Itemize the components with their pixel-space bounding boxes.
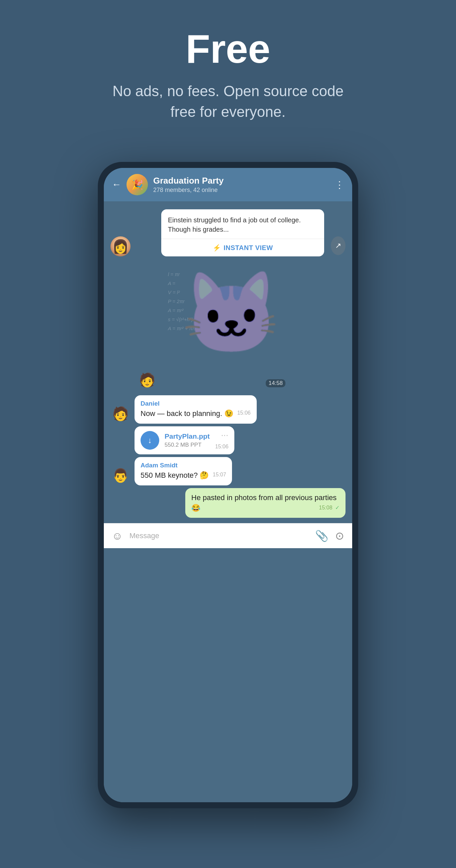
hero-subtitle: No ads, no fees. Open source code free f…: [108, 81, 348, 122]
file-name: PartyPlan.ppt: [164, 432, 210, 440]
messages-area: Einstein struggled to find a job out of …: [104, 201, 352, 523]
message-row-adam: Adam Smidt 550 MB keynote? 🤔 15:07: [111, 457, 345, 486]
bubble-text-adam: 550 MB keynote? 🤔: [141, 471, 209, 479]
bubble-sender-daniel: Daniel: [141, 400, 251, 407]
emoji-icon[interactable]: ☺: [112, 530, 123, 542]
phone-inner: ← 🎉 Graduation Party 278 members, 42 onl…: [104, 168, 352, 802]
avatar-daniel: [111, 404, 130, 424]
bubble-text-daniel: Now — back to planning. 😉: [141, 409, 233, 417]
sticker-container: l = πr A = V = l² P = 2πr A = πr² s = √(…: [161, 263, 288, 390]
file-time: 15:06: [215, 444, 228, 450]
message-row-file: ↓ PartyPlan.ppt 550.2 MB PPT ⋯ 15:06: [111, 426, 345, 454]
chat-info: Graduation Party 278 members, 42 online: [153, 176, 330, 194]
message-input[interactable]: Message: [129, 531, 308, 540]
article-content: Einstein struggled to find a job out of …: [161, 209, 324, 239]
chat-header: ← 🎉 Graduation Party 278 members, 42 onl…: [104, 168, 352, 201]
file-size: 550.2 MB PPT: [164, 442, 210, 448]
instant-view-button[interactable]: ⚡ INSTANT VIEW: [161, 239, 324, 256]
bubble-sent: He pasted in photos from all previous pa…: [185, 488, 345, 518]
message-row-sent: He pasted in photos from all previous pa…: [111, 488, 345, 518]
chat-meta: 278 members, 42 online: [153, 187, 330, 194]
chat-body: Einstein struggled to find a job out of …: [104, 201, 352, 802]
sticker-time: 14:58: [266, 379, 285, 387]
phone-mockup: ← 🎉 Graduation Party 278 members, 42 onl…: [98, 162, 358, 808]
bubble-sender-adam: Adam Smidt: [141, 462, 226, 469]
article-text: Einstein struggled to find a job out of …: [168, 215, 317, 234]
chat-name: Graduation Party: [153, 176, 330, 186]
bottom-bar: ☺ Message 📎 ⊙: [104, 523, 352, 548]
phone-outer: ← 🎉 Graduation Party 278 members, 42 onl…: [98, 162, 358, 808]
checkmark-icon: ✓: [335, 505, 339, 510]
share-button[interactable]: ↗: [331, 236, 345, 255]
instant-view-label: INSTANT VIEW: [224, 244, 273, 252]
file-bubble: ↓ PartyPlan.ppt 550.2 MB PPT ⋯ 15:06: [134, 426, 234, 454]
article-message: Einstein struggled to find a job out of …: [161, 209, 324, 256]
avatar-adam: [111, 465, 130, 486]
back-button[interactable]: ←: [112, 179, 121, 190]
bubble-text-sent: He pasted in photos from all previous pa…: [191, 493, 336, 512]
download-button[interactable]: ↓: [141, 431, 159, 450]
bubble-time-daniel: 15:06: [237, 410, 251, 416]
lightning-icon: ⚡: [213, 244, 221, 252]
avatar-girl: [111, 236, 130, 256]
file-info: PartyPlan.ppt 550.2 MB PPT: [164, 432, 210, 448]
bubble-time-adam: 15:07: [213, 472, 226, 478]
more-button[interactable]: ⋮: [335, 179, 344, 190]
group-avatar: 🎉: [126, 174, 148, 195]
cat-sticker: 🐱: [181, 273, 281, 353]
avatar-guy1: [137, 370, 157, 390]
hero-section: Free No ads, no fees. Open source code f…: [0, 0, 456, 142]
attach-icon[interactable]: 📎: [315, 529, 329, 542]
bubble-adam: Adam Smidt 550 MB keynote? 🤔 15:07: [134, 457, 232, 486]
camera-icon[interactable]: ⊙: [335, 529, 344, 542]
bubble-daniel: Daniel Now — back to planning. 😉 15:06: [134, 395, 257, 424]
bubble-time-sent: 15:08 ✓: [319, 504, 340, 511]
message-row-daniel: Daniel Now — back to planning. 😉 15:06: [111, 395, 345, 424]
sticker-area: l = πr A = V = l² P = 2πr A = πr² s = √(…: [137, 263, 345, 390]
hero-title: Free: [186, 27, 270, 71]
article-message-row: Einstein struggled to find a job out of …: [111, 207, 345, 256]
file-options-icon[interactable]: ⋯: [221, 431, 228, 440]
